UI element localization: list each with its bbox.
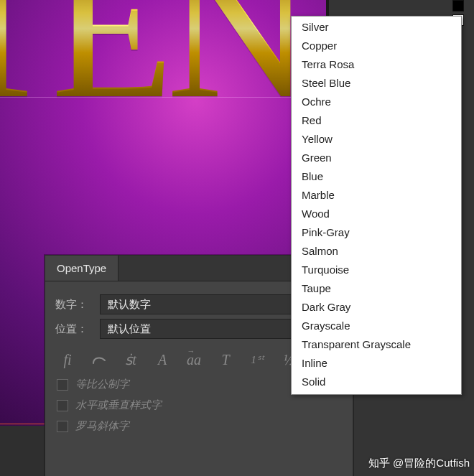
menu-item-terra-rosa[interactable]: Terra Rosa [292,55,461,74]
hv-stylistic-label: 水平或垂直样式字 [75,398,162,412]
menu-item-marble[interactable]: Marble [292,186,461,205]
figure-label: 数字： [55,298,100,312]
menu-item-inline[interactable]: Inline [292,354,461,373]
menu-item-transparent-grayscale[interactable]: Transparent Grayscale [292,335,461,354]
menu-item-ochre[interactable]: Ochre [292,93,461,111]
menu-item-wood[interactable]: Wood [292,205,461,223]
menu-item-yellow[interactable]: Yellow [292,130,461,149]
menu-item-dark-gray[interactable]: Dark Gray [292,298,461,317]
titling-alternates-icon[interactable]: A [150,349,175,370]
hv-stylistic-checkbox[interactable] [57,400,68,411]
menu-item-silver[interactable]: Silver [292,18,461,37]
tab-opentype[interactable]: OpenType [45,256,118,281]
position-select-value: 默认位置 [108,319,151,339]
discretionary-ligatures-icon[interactable]: ṡt [118,349,143,370]
watermark-text: 知乎 @冒险的Cutfish [368,457,470,470]
menu-item-solid[interactable]: Solid [292,373,461,391]
menu-item-salmon[interactable]: Salmon [292,242,461,261]
stylistic-alternates-icon[interactable]: T [213,349,238,370]
swatch-black[interactable] [452,0,464,11]
menu-item-copper[interactable]: Copper [292,37,461,55]
artwork-gold-text: TEN [0,0,305,129]
ligatures-icon[interactable]: fi [55,349,80,370]
menu-item-pink-gray[interactable]: Pink-Gray [292,223,461,242]
proportional-metrics-checkbox[interactable] [57,379,68,391]
menu-item-red[interactable]: Red [292,111,461,130]
menu-item-green[interactable]: Green [292,149,461,167]
figure-select-value: 默认数字 [108,294,151,314]
proportional-metrics-label: 等比公制字 [75,378,129,391]
contextual-alternates-icon[interactable]: aa→ [182,349,206,370]
baseline-guide [0,97,326,98]
preset-dropdown-menu[interactable]: SilverCopperTerra RosaSteel BlueOchreRed… [291,16,462,395]
roman-italics-label: 罗马斜体字 [75,419,129,433]
roman-italics-checkbox[interactable] [57,421,68,432]
menu-item-steel-blue[interactable]: Steel Blue [292,74,461,93]
menu-item-taupe[interactable]: Taupe [292,279,461,298]
position-label: 位置： [55,322,100,336]
menu-item-turquoise[interactable]: Turquoise [292,261,461,279]
ordinals-icon[interactable]: 1ˢᵗ [245,349,269,370]
menu-item-blue[interactable]: Blue [292,167,461,186]
menu-item-grayscale[interactable]: Grayscale [292,317,461,335]
swash-icon[interactable] [87,349,111,370]
